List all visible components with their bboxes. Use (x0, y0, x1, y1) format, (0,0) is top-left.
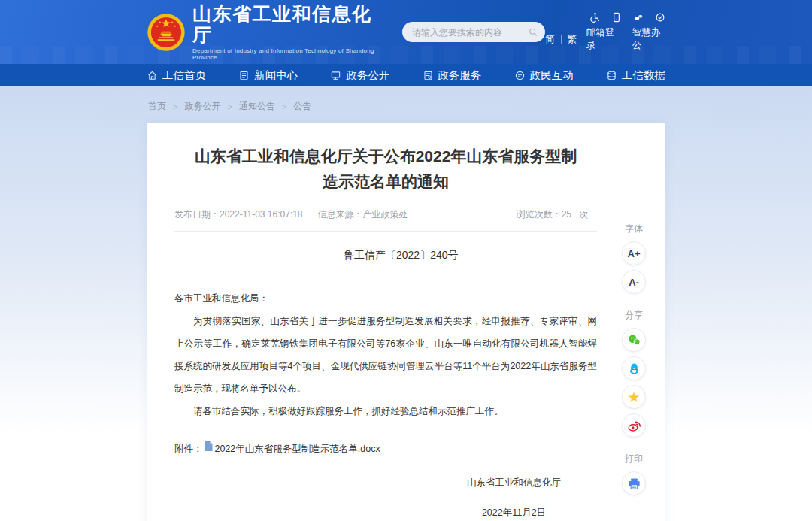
link-smart-office[interactable]: 智慧办公 (632, 26, 665, 52)
attachment-row: 附件： 2022年山东省服务型制造示范名单.docx (174, 443, 597, 456)
breadcrumb-separator: > (173, 102, 177, 111)
accessibility-icon[interactable] (589, 12, 600, 23)
nav-item-disclosure[interactable]: 政务公开 (330, 68, 389, 83)
service-doc-icon (423, 70, 434, 81)
divider (626, 35, 626, 44)
nav-item-interaction[interactable]: 政民互动 (514, 68, 574, 83)
link-simplified-chinese[interactable]: 简 (545, 33, 555, 46)
signature-org: 山东省工业和信息化厅 (467, 477, 561, 489)
share-weibo-button[interactable] (622, 413, 646, 438)
article-meta: 发布日期：2022-11-03 16:07:18 信息来源：产业政策处 浏览次数… (174, 208, 597, 232)
salutation: 各市工业和信息化局： (174, 287, 597, 310)
print-button[interactable] (622, 471, 646, 495)
breadcrumb-home[interactable]: 首页 (148, 100, 166, 113)
nav-item-news[interactable]: 新闻中心 (238, 68, 298, 83)
font-increase-button[interactable]: A+ (622, 241, 646, 265)
nav-item-services[interactable]: 政务服务 (423, 68, 482, 83)
nav-label: 政务服务 (438, 68, 482, 83)
site-subtitle: Department of Industry and Information T… (192, 47, 381, 61)
view-count: 浏览次数：25次 (517, 208, 597, 221)
nav-label: 工信数据 (622, 68, 665, 83)
breadcrumb-disclosure[interactable]: 政务公开 (184, 100, 220, 113)
breadcrumb-notices[interactable]: 通知公告 (239, 100, 275, 113)
hearing-icon[interactable] (633, 12, 644, 23)
document-number: 鲁工信产〔2022〕240号 (344, 249, 597, 262)
info-source: 信息来源：产业政策处 (318, 208, 408, 221)
nav-label: 工信首页 (162, 68, 206, 83)
nav-item-data[interactable]: 工信数据 (606, 68, 665, 83)
breadcrumb: 首页 > 政务公开 > 通知公告 > 公告 (147, 86, 665, 123)
search-input[interactable] (412, 27, 529, 38)
share-label: 分享 (625, 309, 643, 322)
qzone-star-icon: ★ (627, 390, 640, 404)
attachment-link[interactable]: 2022年山东省服务型制造示范名单.docx (215, 443, 380, 456)
share-qzone-button[interactable]: ★ (622, 385, 646, 409)
body-paragraph: 为贯彻落实国家、山东省关于进一步促进服务型制造发展相关要求，经申报推荐、专家评审… (174, 310, 597, 400)
signature-date: 2022年11月2日 (467, 507, 561, 519)
link-traditional-chinese[interactable]: 繁 (568, 33, 577, 46)
article-card: 山东省工业和信息化厅关于公布2022年山东省服务型制造示范名单的通知 发布日期：… (147, 123, 665, 521)
tool-rail: 字体 A+ A- 分享 (616, 223, 652, 500)
attachment-label: 附件： (174, 443, 203, 456)
body-paragraph: 请各市结合实际，积极做好跟踪服务工作，抓好经验总结和示范推广工作。 (174, 400, 597, 423)
search-box[interactable] (402, 22, 545, 42)
data-icon (606, 70, 617, 81)
national-emblem-icon (147, 13, 186, 52)
news-icon (238, 70, 250, 81)
search-icon[interactable] (529, 26, 538, 38)
share-qq-button[interactable] (622, 356, 646, 380)
doc-file-icon (205, 441, 213, 451)
header-quick-links: 简 繁 邮箱登录 智慧办公 (545, 26, 665, 52)
weibo-icon (627, 419, 641, 433)
font-decrease-button[interactable]: A- (622, 270, 646, 294)
nav-item-home[interactable]: 工信首页 (147, 68, 206, 83)
font-size-label: 字体 (625, 223, 643, 235)
site-title: 山东省工业和信息化厅 (192, 3, 381, 45)
divider (561, 35, 562, 44)
home-icon (147, 70, 158, 81)
breadcrumb-separator: > (282, 102, 286, 111)
printer-icon (627, 477, 641, 491)
site-logo[interactable]: 山东省工业和信息化厅 Department of Industry and In… (147, 3, 381, 61)
nav-label: 政务公开 (346, 68, 389, 83)
qq-icon (627, 362, 641, 376)
signature-block: 山东省工业和信息化厅 2022年11月2日 (174, 477, 597, 519)
site-header: 山东省工业和信息化厅 Department of Industry and In… (0, 0, 812, 64)
link-mail-login[interactable]: 邮箱登录 (586, 26, 619, 52)
print-label: 打印 (625, 453, 643, 465)
page-background: 首页 > 政务公开 > 通知公告 > 公告 山东省工业和信息化厅关于公布2022… (0, 86, 812, 521)
disclosure-monitor-icon (330, 70, 341, 81)
nav-label: 政民互动 (530, 68, 574, 83)
publish-date: 发布日期：2022-11-03 16:07:18 (174, 208, 303, 221)
smart-service-icon[interactable] (655, 12, 665, 23)
main-nav: 工信首页 新闻中心 政务公开 政务服务 (0, 64, 812, 86)
share-wechat-button[interactable] (622, 328, 646, 352)
wechat-icon (627, 333, 641, 347)
interaction-icon (514, 70, 526, 81)
breadcrumb-announcement[interactable]: 公告 (293, 100, 311, 113)
mobile-icon[interactable] (611, 12, 622, 23)
nav-label: 新闻中心 (254, 68, 298, 83)
article-title: 山东省工业和信息化厅关于公布2022年山东省服务型制造示范名单的通知 (189, 144, 583, 195)
breadcrumb-separator: > (227, 102, 232, 111)
